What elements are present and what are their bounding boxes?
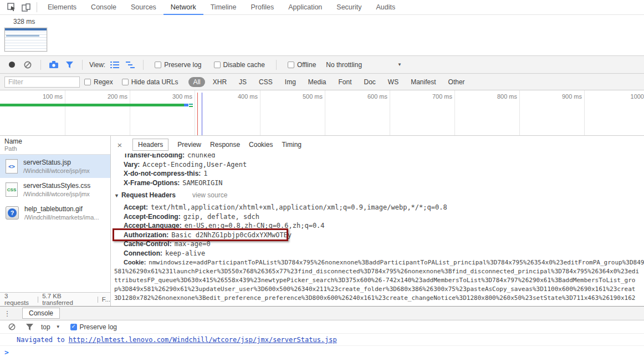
drawer-tab-console[interactable]: Console [22, 308, 60, 319]
type-filter-media[interactable]: Media [304, 77, 331, 87]
checkbox-icon[interactable] [155, 62, 161, 68]
header-cookie-wrap: ttributesFP_queue%3D630x415%26558x439%23… [111, 276, 644, 285]
tab-network[interactable]: Network [163, 0, 203, 15]
toolbar-separator [143, 60, 144, 70]
throttling-select[interactable]: No throttling [326, 61, 362, 69]
tab-headers[interactable]: Headers [132, 139, 168, 151]
request-list-header[interactable]: Name Path [0, 136, 110, 155]
drawer-tabbar: ⋮ Console [0, 307, 644, 320]
section-title[interactable]: Request Headers [121, 191, 176, 199]
type-filter-xhr[interactable]: XHR [208, 77, 231, 87]
record-icon[interactable] [9, 62, 15, 68]
console-message: Navigated tohttp://plmtest.lenovo.com/Wi… [0, 334, 644, 346]
tab-preview[interactable]: Preview [177, 141, 201, 149]
tab-response[interactable]: Response [210, 141, 240, 149]
gridline [260, 90, 260, 135]
header-line: Vary:Accept-Encoding,User-Agent [111, 160, 644, 170]
chevron-down-icon[interactable]: ▼ [56, 324, 60, 329]
hide-data-urls-checkbox[interactable]: Hide data URLs [122, 78, 178, 86]
view-source-link[interactable]: view source [192, 191, 227, 199]
type-filter-ws[interactable]: WS [384, 77, 403, 87]
console-prompt[interactable]: > [0, 346, 644, 356]
console-filter-icon[interactable] [23, 322, 35, 333]
offline-label: Offline [297, 61, 316, 69]
type-filter-manifest[interactable]: Manifest [406, 77, 440, 87]
gridline [195, 90, 195, 135]
network-overview[interactable]: 100 ms 200 ms 300 ms 400 ms 500 ms 600 m… [0, 90, 644, 136]
close-icon[interactable]: × [116, 140, 124, 150]
tab-audits[interactable]: Audits [369, 0, 402, 15]
gridline [130, 90, 130, 135]
gridline [325, 90, 325, 135]
console-preserve-log-checkbox[interactable]: Preserve log [70, 323, 117, 331]
checkbox-icon[interactable] [84, 79, 91, 85]
navigation-link[interactable]: http://plmtest.lenovo.com/Windchill/wtco… [69, 336, 337, 344]
header-authorization: Authorization:Basic d2NhZG1pbjp0cGdxYXMw… [111, 231, 644, 240]
details-tabbar: × Headers Preview Response Cookies Timin… [111, 136, 644, 154]
requests-count: 3 requests [4, 293, 34, 306]
type-filter-img[interactable]: Img [280, 77, 300, 87]
filmstrip-panel: 328 ms [0, 16, 644, 55]
request-row[interactable]: help_tablebutton.gif /Windchill/netmarke… [0, 201, 110, 225]
checkbox-icon[interactable] [214, 62, 221, 68]
checkbox-icon[interactable] [288, 62, 294, 68]
tab-cookies[interactable]: Cookies [249, 141, 273, 149]
tick-label: 800 ms [486, 93, 517, 100]
device-toolbar-icon[interactable] [19, 1, 33, 14]
request-name: serverStatus.jsp [23, 159, 90, 167]
list-view-icon[interactable] [109, 59, 121, 70]
filter-icon[interactable] [63, 59, 75, 70]
inspect-element-icon[interactable] [4, 1, 19, 14]
network-filter-bar: Regex Hide data URLs All XHR JS CSS Img … [0, 74, 644, 90]
header-line: Accept:text/html,application/xhtml+xml,a… [111, 203, 644, 212]
gridline [584, 90, 585, 135]
tick-label: 900 ms [551, 93, 582, 100]
type-filter-css[interactable]: CSS [254, 77, 277, 87]
checkbox-checked-icon[interactable] [70, 324, 77, 330]
request-headers-section[interactable]: ▼Request Headersview source [111, 191, 644, 201]
kebab-menu-icon[interactable]: ⋮ [0, 309, 14, 318]
request-row[interactable]: serverStatus.jsp /Windchill/wtcore/jsp/j… [0, 155, 110, 178]
chevron-down-icon[interactable]: ▼ [397, 62, 402, 67]
load-event-line [197, 93, 198, 135]
tab-timeline[interactable]: Timeline [203, 0, 244, 15]
type-filter-js[interactable]: JS [234, 77, 251, 87]
tab-elements[interactable]: Elements [40, 0, 84, 15]
type-filter-doc[interactable]: Doc [360, 77, 380, 87]
tab-timing[interactable]: Timing [282, 141, 301, 149]
path-column-header[interactable]: Path [4, 145, 110, 152]
name-column-header[interactable]: Name [4, 137, 110, 145]
type-filter-other[interactable]: Other [444, 77, 469, 87]
execution-context-selector[interactable]: top [41, 323, 50, 331]
checkbox-icon[interactable] [122, 79, 129, 85]
view-label: View: [89, 61, 105, 69]
waterfall-view-icon[interactable] [124, 59, 136, 70]
filmstrip-thumbnail[interactable] [4, 28, 47, 52]
capture-screenshots-icon[interactable] [48, 59, 60, 70]
headers-content[interactable]: Transfer-Encoding:chunked Vary:Accept-En… [111, 154, 644, 306]
tab-sources[interactable]: Sources [124, 0, 163, 15]
disclosure-triangle-icon[interactable]: ▼ [114, 191, 119, 201]
tick-label: 700 ms [421, 93, 452, 100]
tab-security[interactable]: Security [329, 0, 369, 15]
thumbnail-content [5, 30, 47, 51]
tab-application[interactable]: Application [281, 0, 329, 15]
request-list-panel: Name Path serverStatus.jsp /Windchill/wt… [0, 136, 111, 306]
header-line: Accept-Language:en-US,en;q=0.8,zh-CN;q=0… [111, 221, 644, 231]
toolbar-separator [37, 2, 37, 12]
overview-activity-bar-tip [184, 104, 188, 106]
css-icon [6, 182, 18, 197]
request-row[interactable]: serverStatusStyles.css /Windchill/wtcore… [0, 178, 110, 201]
clear-icon[interactable] [22, 59, 34, 70]
disable-cache-checkbox[interactable]: Disable cache [214, 61, 265, 69]
tab-console[interactable]: Console [84, 0, 124, 15]
clear-console-icon[interactable] [6, 322, 18, 333]
preserve-log-checkbox[interactable]: Preserve log [155, 61, 201, 69]
regex-checkbox[interactable]: Regex [84, 78, 113, 86]
offline-checkbox[interactable]: Offline [288, 61, 316, 69]
type-filter-font[interactable]: Font [334, 77, 356, 87]
type-filter-all[interactable]: All [188, 77, 205, 87]
filter-input[interactable] [4, 76, 80, 88]
header-line: X-Frame-Options:SAMEORIGIN [111, 178, 644, 188]
tab-profiles[interactable]: Profiles [243, 0, 281, 15]
